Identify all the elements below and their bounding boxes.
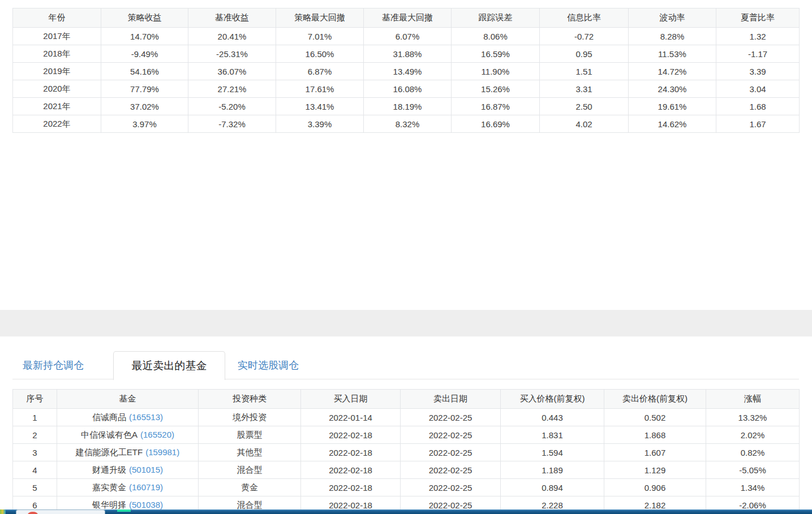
table-cell: 混合型	[199, 461, 301, 479]
table-cell: 2022-02-25	[401, 461, 501, 479]
table-cell: 16.50%	[276, 45, 364, 63]
table-row: 1 信诚商品(165513) 境外投资 2022-01-14 2022-02-2…	[13, 409, 800, 426]
window-sliver[interactable]	[16, 509, 105, 514]
sold-funds-table: 序号 基金 投资种类 买入日期 卖出日期 买入价格(前复权) 卖出价格(前复权)…	[12, 389, 800, 514]
fund-cell: 建信能源化工ETF(159981)	[57, 444, 199, 461]
table-cell: 17.61%	[276, 80, 364, 98]
fund-name: 嘉实黄金	[92, 482, 126, 492]
col-investment-type: 投资种类	[199, 390, 301, 409]
fund-name: 财通升级	[92, 465, 126, 474]
table-row-2022: 2022年 3.97% -7.32% 3.39% 8.32% 16.69% 4.…	[13, 115, 800, 133]
table-cell: 1.32	[716, 28, 800, 45]
col-fund: 基金	[57, 390, 199, 409]
table-cell: 2020年	[13, 80, 101, 98]
table-row: 4 财通升级(501015) 混合型 2022-02-18 2022-02-25…	[13, 461, 800, 479]
table-cell: 15.26%	[452, 80, 540, 98]
table-cell: 3.04	[716, 80, 800, 98]
sold-funds-table-section: 序号 基金 投资种类 买入日期 卖出日期 买入价格(前复权) 卖出价格(前复权)…	[12, 389, 800, 514]
table-cell: 1.831	[501, 426, 604, 444]
table-cell: 16.08%	[364, 80, 452, 98]
table-cell: 2022-02-25	[401, 444, 501, 461]
table-cell: 2022年	[13, 115, 101, 133]
col-index: 序号	[13, 390, 57, 409]
table-cell: 8.32%	[364, 115, 452, 133]
table-cell: 2017年	[13, 28, 101, 45]
table-row: 5 嘉实黄金(160719) 黄金 2022-02-18 2022-02-25 …	[13, 479, 800, 496]
table-cell: 境外投资	[199, 409, 301, 426]
table-cell: 股票型	[199, 426, 301, 444]
performance-table: 年份 策略收益 基准收益 策略最大回撤 基准最大回撤 跟踪误差 信息比率 波动率…	[12, 8, 800, 133]
table-cell: 37.02%	[101, 98, 188, 115]
table-cell: 2022-01-14	[301, 409, 401, 426]
table-cell: 1.868	[604, 426, 706, 444]
table-cell: 0.95	[540, 45, 629, 63]
fund-code-link[interactable]: (165520)	[140, 430, 174, 439]
table-cell: -1.17	[716, 45, 800, 63]
col-buy-date: 买入日期	[301, 390, 401, 409]
red-dot-icon	[28, 512, 38, 514]
fund-cell: 中信保诚有色A(165520)	[57, 426, 199, 444]
performance-header-row: 年份 策略收益 基准收益 策略最大回撤 基准最大回撤 跟踪误差 信息比率 波动率…	[13, 8, 800, 28]
taskbar-sliver[interactable]	[0, 509, 812, 514]
fund-name: 信诚商品	[92, 412, 126, 422]
col-year: 年份	[13, 8, 101, 28]
table-row-2021: 2021年 37.02% -5.20% 13.41% 18.19% 16.87%…	[13, 98, 800, 115]
table-cell: 2022-02-18	[301, 461, 401, 479]
col-strategy-max-drawdown: 策略最大回撤	[276, 8, 364, 28]
fund-code-link[interactable]: (160719)	[129, 482, 163, 492]
fund-code-link[interactable]: (159981)	[145, 447, 179, 457]
fund-name: 中信保诚有色A	[81, 430, 138, 439]
table-cell: 2022-02-25	[401, 479, 501, 496]
teal-app-icon[interactable]	[117, 509, 131, 512]
table-row-2017: 2017年 14.70% 20.41% 7.01% 6.07% 8.06% -0…	[13, 28, 800, 45]
table-cell: 19.61%	[629, 98, 716, 115]
table-cell: 18.19%	[364, 98, 452, 115]
col-sell-date: 卖出日期	[401, 390, 501, 409]
table-cell: 13.32%	[706, 409, 800, 426]
tab-realtime-selection[interactable]: 实时选股调仓	[238, 358, 299, 372]
fund-code-link[interactable]: (165513)	[129, 412, 163, 422]
table-row: 3 建信能源化工ETF(159981) 其他型 2022-02-18 2022-…	[13, 444, 800, 461]
sold-header-row: 序号 基金 投资种类 买入日期 卖出日期 买入价格(前复权) 卖出价格(前复权)…	[13, 390, 800, 409]
table-cell: 1.594	[501, 444, 604, 461]
table-cell: 6.87%	[276, 63, 364, 80]
table-cell: 1.68	[716, 98, 800, 115]
fund-code-link[interactable]: (501015)	[129, 465, 163, 474]
fund-tabs-bar: 最新持仓调仓 最近卖出的基金 实时选股调仓	[12, 351, 799, 379]
table-cell: 1.607	[604, 444, 706, 461]
table-cell: 8.28%	[629, 28, 716, 45]
section-divider-band	[0, 310, 812, 336]
table-cell: -7.32%	[188, 115, 276, 133]
table-cell: 11.90%	[452, 63, 540, 80]
table-cell: 27.21%	[188, 80, 276, 98]
table-cell: 6.07%	[364, 28, 452, 45]
table-cell: 4.02	[540, 115, 629, 133]
table-cell: 1.189	[501, 461, 604, 479]
table-cell: 77.79%	[101, 80, 188, 98]
tab-latest-holdings[interactable]: 最新持仓调仓	[23, 358, 84, 372]
table-cell: 14.70%	[101, 28, 188, 45]
table-cell: 0.894	[501, 479, 604, 496]
table-cell: 2022-02-25	[401, 409, 501, 426]
table-cell: -5.05%	[706, 461, 800, 479]
fund-name: 银华明择	[92, 500, 126, 509]
table-cell: 2	[13, 426, 57, 444]
table-cell: 0.906	[604, 479, 706, 496]
col-information-ratio: 信息比率	[540, 8, 629, 28]
table-cell: 1.129	[604, 461, 706, 479]
table-cell: 14.62%	[629, 115, 716, 133]
table-cell: 0.82%	[706, 444, 800, 461]
col-benchmark-return: 基准收益	[188, 8, 276, 28]
col-sell-price: 卖出价格(前复权)	[604, 390, 706, 409]
table-cell: 2022-02-18	[301, 444, 401, 461]
table-cell: 2018年	[13, 45, 101, 63]
table-cell: 2022-02-18	[301, 479, 401, 496]
table-cell: -25.31%	[188, 45, 276, 63]
table-cell: 16.69%	[452, 115, 540, 133]
mini-app-icon[interactable]	[0, 509, 6, 514]
table-cell: 36.07%	[188, 63, 276, 80]
fund-code-link[interactable]: (501038)	[129, 500, 163, 509]
tab-recently-sold-active[interactable]: 最近卖出的基金	[113, 351, 225, 380]
table-row-2020: 2020年 77.79% 27.21% 17.61% 16.08% 15.26%…	[13, 80, 800, 98]
table-cell: 2021年	[13, 98, 101, 115]
